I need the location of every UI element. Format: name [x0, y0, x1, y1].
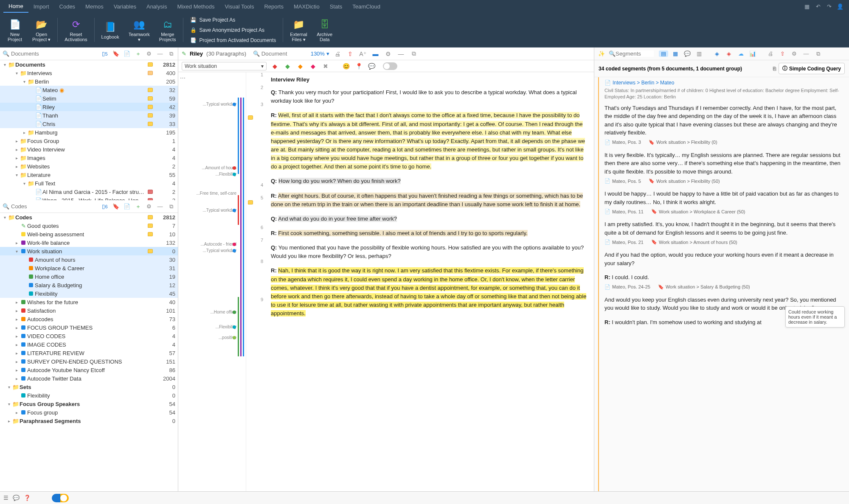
external-files-button[interactable]: 📁ExternalFiles ▾	[286, 14, 311, 45]
tree-item[interactable]: 📄Chris33	[0, 120, 178, 128]
format-icon[interactable]: A⁺	[358, 50, 368, 57]
tree-item[interactable]: ▾📁Focus Group Speakers54	[0, 400, 178, 408]
tree-root[interactable]: ▾📁Documents2812	[0, 60, 178, 69]
codes-tree[interactable]: ▾📁Codes2812✎Good quotes7Well-being asses…	[0, 213, 178, 491]
doc-search[interactable]: 🔍	[253, 50, 304, 57]
edit-icon[interactable]: ✎	[182, 50, 186, 57]
codes-add-icon[interactable]: ＋	[134, 203, 142, 210]
codes-badge[interactable]: ▯6	[101, 203, 109, 210]
tree-item[interactable]: ▾Work situation0	[0, 247, 178, 255]
paragraph[interactable]: R: First cook something, something sensi…	[271, 229, 588, 238]
tree-item[interactable]: Flexibility0	[0, 391, 178, 400]
tree-item[interactable]: ▸📁Images4	[0, 154, 178, 162]
seg-sort-icon[interactable]: ⎘	[773, 66, 776, 72]
tree-item[interactable]: ▸IMAGE CODES4	[0, 340, 178, 349]
tree-item[interactable]: ▾📁Interviews400	[0, 69, 178, 77]
segment-item[interactable]: I am pretty satisfied. It's, you know, I…	[604, 220, 845, 245]
tree-item[interactable]: ▸📁Websites2	[0, 162, 178, 171]
tree-item[interactable]: Home office19	[0, 272, 178, 281]
status-toggle[interactable]	[52, 494, 69, 502]
segment-item[interactable]: It is very flexible. It's typically… my …	[604, 151, 845, 184]
tree-item[interactable]: ▸SURVEY OPEN-ENDED QUESTIONS151	[0, 357, 178, 366]
layout-icon[interactable]: ▦	[801, 3, 812, 10]
emoji-smile[interactable]: 😊	[341, 63, 351, 70]
redo-icon[interactable]: ↷	[824, 3, 835, 10]
docs-tag-icon[interactable]: 🔖	[112, 50, 120, 57]
new-project-button[interactable]: 📄NewProject	[3, 14, 27, 45]
tree-item[interactable]: ▸LITERATURE REVIEW57	[0, 349, 178, 357]
menu-memos[interactable]: Memos	[80, 1, 109, 12]
segment-crumb[interactable]: 📄Interviews > Berlin > Mateo	[604, 80, 845, 86]
menu-analysis[interactable]: Analysis	[141, 1, 172, 12]
emo-cross[interactable]: ✖	[321, 63, 330, 70]
save-project-as[interactable]: 💾Save Project As	[188, 16, 278, 24]
zoom-level[interactable]: 130% ▾	[311, 50, 329, 57]
paragraph[interactable]: R: Nah, I think that it is good the way …	[271, 266, 588, 318]
reset-activations-button[interactable]: ⟳ResetActivations	[60, 14, 91, 45]
display-toggle[interactable]	[383, 62, 397, 70]
tree-item[interactable]: 📄Selim59	[0, 94, 178, 103]
open-project-button[interactable]: 📂OpenProject ▾	[28, 14, 55, 45]
tree-item[interactable]: ▸FOCUS GROUP THEMES6	[0, 323, 178, 332]
tree-item[interactable]: ▾📁Sets0	[0, 383, 178, 391]
seg-chart-icon[interactable]: 📊	[748, 50, 757, 57]
tree-item[interactable]: ▾📁Berlin205	[0, 77, 178, 86]
seg-cloud-icon[interactable]: ☁	[736, 50, 745, 57]
seg-grid-icon[interactable]: ▥	[694, 50, 704, 57]
tree-item[interactable]: ▸VIDEO CODES4	[0, 332, 178, 340]
archive-data-button[interactable]: 🗄ArchiveData	[312, 14, 337, 45]
doc-min-icon[interactable]: —	[396, 50, 406, 57]
paragraph[interactable]: Q: Thank you very much for your particip…	[271, 88, 588, 105]
menu-variables[interactable]: Variables	[109, 1, 141, 12]
tree-item[interactable]: Workplace & Career31	[0, 264, 178, 272]
menu-stats[interactable]: Stats	[325, 1, 348, 12]
project-from-activated[interactable]: 📑Project from Activated Documents	[188, 36, 278, 45]
tree-item[interactable]: Salary & Budgeting12	[0, 281, 178, 289]
codes-doc-icon[interactable]: 📄	[123, 203, 131, 210]
seg-comment-icon[interactable]: 💬	[683, 50, 692, 57]
menu-visual[interactable]: Visual Tools	[220, 1, 259, 12]
menu-home[interactable]: Home	[3, 0, 28, 13]
ruler-icon[interactable]: ▬	[371, 50, 380, 57]
paragraph[interactable]: Q: And what do you do in your free time …	[271, 215, 588, 223]
tree-item[interactable]: Amount of hours30	[0, 255, 178, 264]
emo-pink[interactable]: ◆	[308, 63, 318, 70]
export-icon[interactable]: ⇧	[346, 50, 355, 57]
tree-item[interactable]: 📄Al Nima und Garcia - 2015 - Factor stru…	[0, 188, 178, 196]
segment-item[interactable]: That's only Tuesdays and Thursdays if I …	[604, 104, 845, 145]
tree-item[interactable]: ▾📁Full Text4	[0, 179, 178, 188]
tree-item[interactable]: ▸Autocode Youtube Nancy Etcoff86	[0, 366, 178, 374]
tree-item[interactable]: ▸📁Video Interview4	[0, 145, 178, 154]
print-icon[interactable]: 🖨	[333, 50, 342, 57]
docs-min-icon[interactable]: —	[156, 50, 164, 57]
doc-pop-icon[interactable]: ⧉	[409, 50, 419, 57]
paragraph[interactable]: R: After eight hours. But of course, it …	[271, 192, 588, 209]
tree-item[interactable]: 📄Wang - 2015 - Work–Life Balance- Hopele…	[0, 196, 178, 200]
docs-badge[interactable]: ▯5	[101, 50, 109, 57]
seg-wand-icon[interactable]: ✨	[597, 50, 606, 57]
tree-item[interactable]: Well-being assessment10	[0, 230, 178, 238]
emoji-comment[interactable]: 💬	[367, 63, 376, 70]
tree-item[interactable]: ▸Satisfaction101	[0, 306, 178, 315]
seg-export-icon[interactable]: ⇧	[778, 50, 787, 57]
tree-item[interactable]: ✎Good quotes7	[0, 221, 178, 230]
tree-item[interactable]: ▾📁Literature55	[0, 171, 178, 179]
segment-item[interactable]: I would be happy… I would be happy to ha…	[604, 190, 845, 214]
codes-pop-icon[interactable]: ⧉	[167, 203, 175, 210]
doc-gear-icon[interactable]: ⚙	[384, 50, 393, 57]
segments-search[interactable]: 🔍	[609, 50, 654, 57]
emoji-pin[interactable]: 📍	[354, 63, 363, 70]
menu-import[interactable]: Import	[28, 1, 54, 12]
segment-item[interactable]: R: I could. I could.📄Mateo, Pos. 24-25🔖W…	[604, 273, 845, 290]
tree-root[interactable]: ▾📁Codes2812	[0, 213, 178, 221]
docs-add-icon[interactable]: ＋	[134, 50, 142, 58]
docs-doc-icon[interactable]: 📄	[123, 50, 131, 57]
seg-table-icon[interactable]: ▦	[671, 50, 680, 57]
seg-print-icon[interactable]: 🖨	[766, 50, 775, 57]
teamwork-button[interactable]: 👥Teamwork▾	[124, 14, 154, 45]
undo-icon[interactable]: ↶	[812, 3, 824, 10]
tree-item[interactable]: ▸📁Paraphrased Segments0	[0, 417, 178, 425]
seg-list-icon[interactable]: ▤	[659, 50, 668, 57]
tree-item[interactable]: ▸📁Hamburg195	[0, 128, 178, 137]
tree-item[interactable]: 📄Thanh39	[0, 111, 178, 120]
